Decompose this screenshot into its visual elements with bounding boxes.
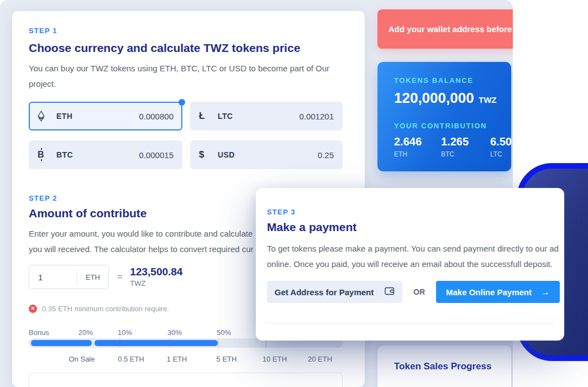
- amount-input[interactable]: [29, 273, 77, 282]
- tokens-balance-value: 120,000,000: [394, 90, 474, 106]
- currency-card-btc[interactable]: B BTC 0.000015: [29, 140, 182, 169]
- step3-label: STEP 3: [267, 208, 564, 217]
- step1-description-line: project.: [29, 76, 355, 92]
- litecoin-icon: Ł: [199, 111, 212, 122]
- contribution-currency: BTC: [441, 150, 490, 158]
- or-separator: OR: [413, 287, 425, 296]
- bonus-tick-line: [218, 338, 219, 348]
- result-value: 123,500.84: [130, 266, 182, 278]
- token-sales-progress-title: Token Sales Progress: [394, 361, 511, 372]
- contribution-currency: LTC: [490, 150, 511, 158]
- currency-card-eth[interactable]: ETH 0.000800: [29, 102, 182, 130]
- bonus-tick-label: 1 ETH: [167, 355, 187, 363]
- contribution-item: 6.500 LTC: [490, 135, 511, 158]
- currency-rate: 0.25: [318, 150, 334, 160]
- modal-divider: [267, 323, 555, 323]
- contribution-item: 2.646 ETH: [394, 135, 441, 158]
- dollar-icon: $: [199, 149, 212, 160]
- currency-card-usd[interactable]: $ USD 0.25: [190, 140, 343, 169]
- step1-description-line: You can buy our TWZ tokens using ETH, BT…: [29, 61, 355, 76]
- make-online-payment-button[interactable]: Make Online Payment →: [436, 281, 560, 303]
- step1-title: Choose currency and calculate TWZ tokens…: [29, 41, 355, 55]
- bonus-percent: 30%: [167, 328, 182, 337]
- bonus-tick-label: 10 ETH: [262, 355, 287, 363]
- amount-unit-label: ETH: [77, 273, 108, 281]
- bonus-tick-label: 0.5 ETH: [118, 355, 144, 363]
- bonus-tick-line: [119, 338, 120, 348]
- bonus-tick-line: [169, 338, 170, 348]
- currency-code: LTC: [218, 112, 233, 121]
- bonus-summary-box: + 20% SALE BONUS + 30% AMOUNT BONUS TOTA…: [29, 373, 343, 387]
- step3-description: To get tokens please make a payment. You…: [267, 241, 564, 272]
- bonus-percent: 20%: [78, 328, 93, 337]
- tokens-balance-card: TOKENS BALANCE 120,000,000 TWZ YOUR CONT…: [377, 62, 511, 171]
- bitcoin-icon: B: [38, 150, 51, 160]
- payment-actions-row: Get Address for Payment OR Make Online P…: [267, 281, 564, 303]
- tokens-balance-value-row: 120,000,000 TWZ: [394, 90, 511, 107]
- result-unit: TWZ: [130, 279, 182, 287]
- bonus-progress-fill: [95, 340, 218, 346]
- bonus-percent: 10%: [118, 328, 132, 337]
- get-address-button[interactable]: Get Address for Payment: [267, 281, 402, 303]
- selected-indicator-dot: [179, 99, 185, 106]
- wallet-icon: [385, 287, 395, 297]
- equals-sign: =: [117, 272, 122, 282]
- bonus-label: Bonus: [29, 328, 49, 337]
- screenshot-stage: STEP 1 Choose currency and calculate TWZ…: [0, 0, 588, 387]
- conversion-result: 123,500.84 TWZ: [130, 266, 182, 287]
- bonus-progress-fill: [31, 340, 92, 346]
- currency-code: BTC: [56, 150, 73, 159]
- step3-description-line: To get tokens please make a payment. You…: [267, 241, 564, 257]
- currency-rate: 0.000800: [139, 112, 174, 121]
- step3-description-line: online. Once you paid, you will receive …: [267, 257, 564, 272]
- currency-rate: 0.000015: [139, 150, 174, 160]
- contribution-currency: ETH: [394, 150, 441, 158]
- make-online-payment-label: Make Online Payment: [446, 287, 532, 297]
- wallet-alert-banner: Add your wallet address before bu: [377, 9, 513, 49]
- tokens-balance-unit: TWZ: [479, 95, 496, 104]
- bonus-tick-label: 5 ETH: [217, 355, 237, 363]
- error-icon: ✕: [29, 305, 37, 313]
- bonus-tick-label: 20 ETH: [308, 355, 332, 363]
- currency-code: USD: [218, 150, 235, 159]
- contribution-value: 2.646: [394, 135, 441, 148]
- contribution-value: 6.500: [490, 135, 511, 148]
- currency-grid: ETH 0.000800 Ł LTC 0.001201 B BTC 0.0000…: [29, 102, 355, 169]
- currency-code: ETH: [56, 112, 72, 121]
- error-text: 0.35 ETH minimum contribution require.: [42, 305, 169, 313]
- step1-description: You can buy our TWZ tokens using ETH, BT…: [29, 61, 355, 92]
- contribution-item: 1.265 BTC: [441, 135, 490, 158]
- contribution-label: YOUR CONTRIBUTION: [394, 122, 511, 130]
- token-sales-progress-card: Token Sales Progress: [377, 346, 511, 387]
- arrow-right-icon: →: [540, 287, 550, 297]
- amount-input-box: ETH: [29, 265, 109, 289]
- tokens-balance-label: TOKENS BALANCE: [394, 76, 511, 85]
- ethereum-icon: [38, 111, 51, 122]
- contribution-row: 2.646 ETH 1.265 BTC 6.500 LTC: [394, 135, 511, 158]
- currency-card-ltc[interactable]: Ł LTC 0.001201: [190, 102, 343, 130]
- bonus-percent: 50%: [217, 328, 231, 337]
- step3-title: Make a payment: [267, 220, 564, 234]
- bonus-tick-label: On Sale: [69, 355, 95, 363]
- contribution-value: 1.265: [441, 135, 490, 148]
- currency-rate: 0.001201: [299, 112, 334, 121]
- payment-modal: STEP 3 Make a payment To get tokens plea…: [256, 188, 564, 341]
- step1-label: STEP 1: [29, 27, 355, 35]
- get-address-button-label: Get Address for Payment: [275, 287, 374, 297]
